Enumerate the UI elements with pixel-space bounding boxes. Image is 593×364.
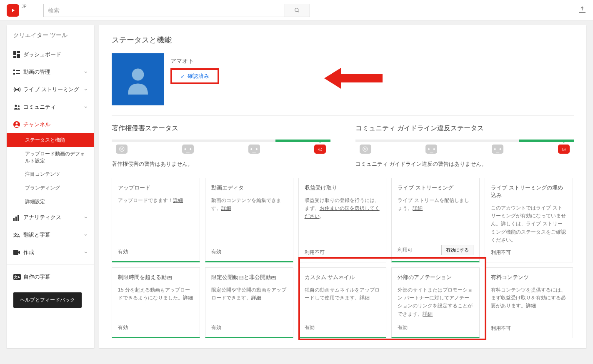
- feedback-button[interactable]: ヘルプとフィードバック: [13, 292, 82, 308]
- card-title: 限定公開動画と非公開動画: [211, 274, 287, 281]
- community-icon: [13, 104, 23, 110]
- sidebar-item-video-manager[interactable]: 動画の管理 ›: [7, 63, 94, 81]
- subitem-upload-defaults[interactable]: アップロード動画のデフォルト設定: [7, 147, 94, 168]
- face-neutral-icon: •_•: [492, 145, 503, 154]
- status-bar: [355, 140, 574, 142]
- svg-point-0: [295, 8, 298, 11]
- verified-badge: ✓ 確認済み: [170, 68, 219, 84]
- chevron-down-icon: ›: [83, 89, 90, 91]
- face-sad-icon: ☹: [116, 145, 128, 154]
- face-row: ☹ •_• •_• ☺: [112, 145, 330, 154]
- svg-rect-6: [13, 70, 15, 71]
- status-message: コミュニティ ガイドライン違反の警告はありません。: [355, 160, 574, 168]
- svg-rect-9: [16, 73, 20, 74]
- sidebar-item-community[interactable]: コミュニティ ›: [7, 98, 94, 116]
- sidebar-item-channel[interactable]: チャンネル: [7, 116, 94, 133]
- card-status: 有効: [398, 324, 408, 331]
- card-link[interactable]: 詳細: [173, 197, 183, 203]
- sidebar-item-label: 自作の字幕: [23, 273, 88, 281]
- status-title: コミュニティ ガイドライン違反ステータス: [355, 124, 574, 133]
- svg-rect-2: [13, 51, 16, 55]
- sidebar-item-label: コミュニティ: [23, 103, 85, 111]
- svg-rect-17: [18, 215, 19, 221]
- sidebar-item-label: 動画の管理: [23, 68, 85, 76]
- card-title: 制限時間を超える動画: [118, 274, 194, 281]
- face-neutral-icon: •_•: [425, 145, 437, 154]
- svg-text:A: A: [17, 234, 20, 238]
- sidebar-item-subtitles[interactable]: 文A 自作の字幕: [7, 268, 94, 286]
- svg-rect-20: [13, 250, 18, 255]
- card-footer: 有効: [211, 248, 287, 255]
- card-title: ライブ ストリーミングの埋め込み: [491, 184, 567, 199]
- card-status: 利用不可: [305, 249, 325, 256]
- card-title: 外部のアノテーション: [398, 274, 473, 281]
- sidebar-item-live[interactable]: ライブ ストリーミング ›: [7, 81, 94, 98]
- card-footer: 有効: [305, 324, 380, 331]
- youtube-logo[interactable]: [7, 4, 19, 17]
- status-bar: [112, 140, 330, 142]
- card-status: 利用不可: [491, 325, 511, 332]
- card-link[interactable]: 詳細: [423, 311, 433, 317]
- chevron-down-icon: ›: [83, 106, 90, 108]
- card-link[interactable]: 詳細: [183, 295, 193, 301]
- card-link[interactable]: お住まいの国を選択してください: [305, 205, 380, 219]
- card-footer: 有効: [118, 248, 194, 255]
- card-description: 外部のサイトまたはプロモーション パートナーに対してアノテーションのリンクを設定…: [398, 286, 473, 319]
- sidebar-item-label: 作成: [23, 249, 85, 256]
- svg-point-10: [17, 89, 18, 90]
- card-footer: 有効: [118, 324, 194, 331]
- verified-label: 確認済み: [188, 72, 209, 80]
- svg-rect-5: [13, 56, 16, 58]
- card-link[interactable]: 詳細: [413, 205, 423, 211]
- feature-card: 制限時間を超える動画15 分を超える動画もアップロードできるようになりました。詳…: [112, 267, 200, 338]
- svg-rect-3: [17, 51, 20, 53]
- card-footer: 利用不可: [491, 325, 567, 332]
- search-input[interactable]: [43, 4, 285, 17]
- sidebar-title: クリエイター ツール: [7, 25, 94, 46]
- sidebar-item-create[interactable]: 作成 ›: [7, 244, 94, 261]
- chevron-down-icon: ›: [83, 216, 90, 218]
- main-content: ステータスと機能 アマオト ✓ 確認済み 著作権侵害ステータス: [99, 25, 586, 348]
- check-icon: ✓: [180, 73, 185, 80]
- sidebar-item-translate[interactable]: 文A 翻訳と字幕 ›: [7, 226, 94, 244]
- card-title: ライブ ストリーミング: [398, 184, 473, 192]
- face-sad-icon: ☹: [360, 145, 371, 154]
- face-neutral-icon: •_•: [248, 145, 260, 154]
- status-message: 著作権侵害の警告はありません。: [112, 160, 330, 168]
- svg-point-23: [132, 68, 144, 80]
- subitem-status-features[interactable]: ステータスと機能: [7, 133, 94, 147]
- status-row: 著作権侵害ステータス ☹ •_• •_• ☺ 著作権侵害の警告はありません。 コ…: [112, 124, 574, 168]
- card-status: 利用可: [398, 247, 413, 254]
- translate-icon: 文A: [13, 232, 23, 238]
- card-status: 有効: [305, 324, 315, 331]
- region-label: JP: [22, 4, 27, 9]
- upload-icon[interactable]: [578, 6, 586, 14]
- card-footer: 利用不可: [491, 249, 567, 256]
- feature-card: アップロードアップロードできます！詳細有効: [112, 178, 200, 262]
- sidebar-item-dashboard[interactable]: ダッシュボード: [7, 46, 94, 63]
- card-link[interactable]: 詳細: [221, 205, 231, 211]
- feature-card: 限定公開動画と非公開動画限定公開や非公開の動画をアップロードできます。詳細有効: [205, 267, 293, 338]
- feature-cards: アップロードアップロードできます！詳細有効動画エディタ動画のコンテンツを編集でき…: [112, 178, 574, 338]
- card-description: 独自の動画サムネイルをアップロードして使用できます。詳細: [305, 286, 380, 319]
- subitem-branding[interactable]: ブランディング: [7, 181, 94, 195]
- svg-rect-16: [15, 217, 17, 221]
- sidebar-item-analytics[interactable]: アナリティクス ›: [7, 209, 94, 226]
- svg-rect-15: [13, 218, 15, 221]
- card-status: 有効: [118, 324, 128, 331]
- enable-button[interactable]: 有効にする: [441, 245, 473, 255]
- subitem-featured[interactable]: 注目コンテンツ: [7, 167, 94, 181]
- avatar: [112, 53, 164, 105]
- feature-card: ライブ ストリーミングの埋め込みこのアカウントではライブ ストリーミングが有効に…: [485, 178, 573, 262]
- subitem-advanced[interactable]: 詳細設定: [7, 195, 94, 209]
- card-footer: 有効: [398, 324, 473, 331]
- card-link[interactable]: 詳細: [251, 295, 261, 301]
- card-link[interactable]: 詳細: [360, 295, 370, 301]
- cc-icon: 文A: [13, 274, 23, 280]
- community-status: コミュニティ ガイドライン違反ステータス ☹ •_• •_• ☺ コミュニティ …: [355, 124, 574, 168]
- card-link[interactable]: 詳細: [526, 303, 536, 309]
- search-button[interactable]: [285, 4, 310, 17]
- face-happy-icon: ☺: [558, 145, 570, 154]
- card-title: 収益受け取り: [305, 184, 380, 192]
- feature-card: 外部のアノテーション外部のサイトまたはプロモーション パートナーに対してアノテー…: [391, 267, 480, 338]
